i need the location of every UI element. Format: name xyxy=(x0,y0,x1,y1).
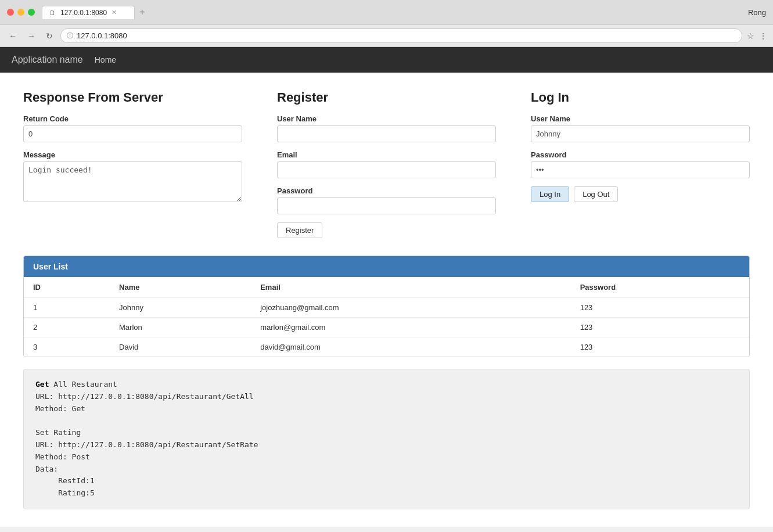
return-code-input[interactable] xyxy=(23,125,242,142)
register-password-label: Password xyxy=(277,186,496,195)
cell-name: David xyxy=(110,337,251,357)
login-section: Log In User Name Password Log In Log Out xyxy=(531,90,750,238)
page-content: Response From Server Return Code Message… xyxy=(0,73,773,527)
login-username-label: User Name xyxy=(531,114,750,123)
message-label: Message xyxy=(23,150,242,159)
login-password-input[interactable] xyxy=(531,161,750,178)
browser-toolbar: ← → ↻ ⓘ 127.0.0.1:8080 ☆ ⋮ xyxy=(0,25,773,46)
table-row: 2Marlonmarlon@gmail.com123 xyxy=(24,318,749,337)
menu-icon[interactable]: ⋮ xyxy=(759,31,767,41)
col-header-name: Name xyxy=(110,277,251,298)
response-section: Response From Server Return Code Message… xyxy=(23,90,242,238)
col-header-email: Email xyxy=(251,277,570,298)
lock-icon: ⓘ xyxy=(67,31,73,40)
close-dot[interactable] xyxy=(7,9,14,16)
table-row: 1Johnnyjojozhuang@gmail.com123 xyxy=(24,298,749,318)
cell-id: 3 xyxy=(24,337,110,357)
browser-user-label: Rong xyxy=(748,8,766,17)
cell-password: 123 xyxy=(571,337,749,357)
tab-favicon-icon: 🗋 xyxy=(49,9,56,16)
nav-home-link[interactable]: Home xyxy=(95,55,116,64)
message-group: Message Login succeed! xyxy=(23,150,242,204)
col-header-password: Password xyxy=(571,277,749,298)
login-password-group: Password xyxy=(531,150,750,178)
maximize-dot[interactable] xyxy=(28,9,35,16)
message-textarea[interactable]: Login succeed! xyxy=(23,161,242,202)
logout-button[interactable]: Log Out xyxy=(574,186,618,202)
user-list-table: ID Name Email Password 1Johnnyjojozhuang… xyxy=(24,277,749,357)
register-password-group: Password xyxy=(277,186,496,214)
cell-id: 2 xyxy=(24,318,110,337)
login-button[interactable]: Log In xyxy=(531,186,569,202)
register-username-group: User Name xyxy=(277,114,496,142)
code-block: Get All Restaurant URL: http://127.0.0.1… xyxy=(23,369,750,509)
app-brand: Application name xyxy=(12,55,83,65)
register-username-input[interactable] xyxy=(277,125,496,142)
register-title: Register xyxy=(277,90,496,105)
register-email-group: Email xyxy=(277,150,496,178)
cell-password: 123 xyxy=(571,318,749,337)
cell-email: david@gmail.com xyxy=(251,337,570,357)
star-icon[interactable]: ☆ xyxy=(747,31,754,41)
cell-name: Marlon xyxy=(110,318,251,337)
toolbar-right: ☆ ⋮ xyxy=(747,31,767,41)
forms-row: Response From Server Return Code Message… xyxy=(23,90,750,238)
return-code-group: Return Code xyxy=(23,114,242,142)
login-username-group: User Name xyxy=(531,114,750,142)
return-code-label: Return Code xyxy=(23,114,242,123)
cell-email: jojozhuang@gmail.com xyxy=(251,298,570,318)
user-list-header: User List xyxy=(24,256,749,277)
new-tab-button[interactable]: + xyxy=(135,5,149,20)
address-text: 127.0.0.1:8080 xyxy=(77,31,127,40)
cell-name: Johnny xyxy=(110,298,251,318)
browser-tab[interactable]: 🗋 127.0.0.1:8080 ✕ xyxy=(42,6,135,19)
login-password-label: Password xyxy=(531,150,750,159)
register-email-label: Email xyxy=(277,150,496,159)
title-bar: 🗋 127.0.0.1:8080 ✕ + Rong xyxy=(0,0,773,25)
response-title: Response From Server xyxy=(23,90,242,105)
cell-password: 123 xyxy=(571,298,749,318)
login-btn-row: Log In Log Out xyxy=(531,186,750,202)
minimize-dot[interactable] xyxy=(17,9,24,16)
window-controls xyxy=(7,9,35,16)
login-username-input[interactable] xyxy=(531,125,750,142)
col-header-id: ID xyxy=(24,277,110,298)
login-title: Log In xyxy=(531,90,750,105)
register-password-input[interactable] xyxy=(277,197,496,214)
register-email-input[interactable] xyxy=(277,161,496,178)
tab-title: 127.0.0.1:8080 xyxy=(60,9,107,17)
cell-email: marlon@gmail.com xyxy=(251,318,570,337)
browser-chrome: 🗋 127.0.0.1:8080 ✕ + Rong ← → ↻ ⓘ 127.0.… xyxy=(0,0,773,47)
register-button[interactable]: Register xyxy=(277,222,322,238)
app-navbar: Application name Home xyxy=(0,47,773,73)
user-list-card: User List ID Name Email Password 1Johnny… xyxy=(23,256,750,357)
register-section: Register User Name Email Password Regist… xyxy=(277,90,496,238)
address-bar[interactable]: ⓘ 127.0.0.1:8080 xyxy=(60,28,742,43)
back-button[interactable]: ← xyxy=(6,30,20,42)
forward-button[interactable]: → xyxy=(24,30,38,42)
table-row: 3Daviddavid@gmail.com123 xyxy=(24,337,749,357)
cell-id: 1 xyxy=(24,298,110,318)
tab-close-icon[interactable]: ✕ xyxy=(112,9,117,16)
table-header-row: ID Name Email Password xyxy=(24,277,749,298)
register-username-label: User Name xyxy=(277,114,496,123)
reload-button[interactable]: ↻ xyxy=(43,30,56,42)
